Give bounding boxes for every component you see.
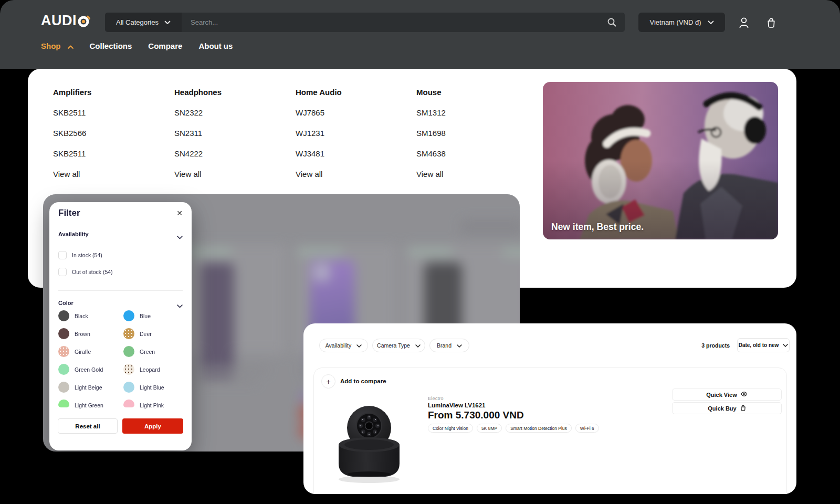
- swatch-circle: [58, 382, 69, 393]
- menu-item[interactable]: SKB2566: [53, 129, 158, 137]
- menu-item[interactable]: SN2322: [174, 109, 279, 117]
- product-name[interactable]: LuminaView LV1621: [428, 402, 486, 408]
- color-swatch-leopard[interactable]: Leopard: [123, 364, 183, 375]
- chevron-down-icon: [457, 342, 462, 349]
- filter-pill-camera-type[interactable]: Camera Type: [372, 339, 425, 352]
- menu-item[interactable]: SN4222: [174, 150, 279, 158]
- chevron-down-icon: [415, 342, 421, 349]
- locale-currency-selector[interactable]: Vietnam (VND đ): [638, 13, 725, 32]
- swatch-label: Leopard: [140, 366, 160, 373]
- checkbox[interactable]: [58, 268, 67, 276]
- color-swatch-deer[interactable]: Deer: [123, 328, 183, 339]
- swatch-circle: [123, 346, 134, 357]
- checkbox[interactable]: [58, 251, 67, 259]
- filter-option-in-stock[interactable]: In stock (54): [58, 251, 102, 259]
- chevron-down-icon[interactable]: [177, 232, 183, 242]
- product-vendor: Electro: [428, 395, 444, 401]
- apply-button[interactable]: Apply: [122, 418, 183, 434]
- menu-item[interactable]: SM1698: [416, 129, 521, 137]
- color-swatch-green[interactable]: Green: [123, 346, 183, 357]
- menu-item[interactable]: SM1312: [416, 109, 521, 117]
- color-swatch-blue[interactable]: Blue: [123, 310, 183, 321]
- swatch-circle: [58, 310, 69, 321]
- view-all-link[interactable]: View all: [416, 170, 521, 178]
- tag-smart-motion-detection: Smart Motion Detection Plus: [506, 424, 572, 433]
- checkbox-label: In stock (54): [72, 252, 102, 258]
- view-all-link[interactable]: View all: [296, 170, 401, 178]
- filter-title: Filter: [58, 208, 80, 218]
- swatch-label: Light Blue: [140, 384, 164, 391]
- quick-view-button[interactable]: Quick View: [672, 388, 782, 401]
- view-all-link[interactable]: View all: [53, 170, 158, 178]
- nav-item-about[interactable]: About us: [198, 41, 233, 50]
- menu-item[interactable]: WJ1231: [296, 129, 401, 137]
- add-to-compare-button[interactable]: +: [321, 374, 335, 388]
- promo-banner[interactable]: New item, Best price.: [543, 82, 778, 239]
- color-swatch-light-beige[interactable]: Light Beige: [58, 382, 123, 393]
- promo-image: [543, 82, 778, 239]
- search-bar: All Categories: [105, 13, 625, 32]
- brand-logo[interactable]: AUDI: [41, 13, 91, 28]
- filter-pill-label: Brand: [437, 342, 452, 349]
- account-icon[interactable]: [737, 15, 751, 30]
- divider: [58, 290, 183, 291]
- menu-item[interactable]: SKB2511: [53, 150, 158, 158]
- color-swatch-light-pink[interactable]: Light Pink: [123, 400, 183, 411]
- checkbox-label: Out of stock (54): [72, 269, 113, 275]
- quick-buy-button[interactable]: Quick Buy: [672, 402, 782, 414]
- menu-item[interactable]: SKB2511: [53, 109, 158, 117]
- search-icon[interactable]: [607, 17, 617, 27]
- filter-pill-availability[interactable]: Availability: [319, 339, 368, 352]
- filter-pill-brand[interactable]: Brand: [429, 339, 469, 352]
- locale-currency-label: Vietnam (VND đ): [649, 18, 701, 26]
- chevron-down-icon: [356, 342, 362, 349]
- close-icon[interactable]: ✕: [175, 208, 184, 218]
- cart-bag-icon[interactable]: [764, 15, 779, 30]
- nav-item-collections[interactable]: Collections: [90, 41, 132, 50]
- eye-icon: [741, 391, 748, 398]
- swatch-label: Light Green: [75, 402, 103, 408]
- promo-caption: New item, Best price.: [551, 222, 644, 233]
- color-section-header[interactable]: Color: [58, 300, 74, 306]
- chevron-down-icon[interactable]: [177, 301, 183, 310]
- tag-color-night-vision: Color Night Vision: [428, 424, 473, 433]
- swatch-label: Brown: [75, 331, 90, 337]
- swatch-circle: [123, 310, 134, 321]
- chevron-down-icon: [783, 342, 788, 348]
- main-nav: Shop Collections Compare About us: [41, 41, 233, 50]
- color-swatch-black[interactable]: Black: [58, 310, 123, 321]
- products-panel: Availability Camera Type Brand 3 product…: [303, 323, 796, 494]
- search-field: [182, 13, 625, 32]
- bag-icon: [740, 405, 746, 412]
- color-swatch-light-blue[interactable]: Light Blue: [123, 382, 183, 393]
- brand-logo-text: AUDI: [41, 14, 77, 28]
- swatch-label: Light Beige: [75, 384, 102, 391]
- header: AUDI All Categories: [0, 0, 840, 69]
- sort-dropdown-label: Date, old to new: [739, 342, 779, 348]
- availability-section-header[interactable]: Availability: [58, 231, 89, 237]
- swatch-circle: [58, 364, 69, 375]
- menu-column-headphones: Headphones SN2322 SN2311 SN4222 View all: [174, 88, 279, 191]
- product-image-camera[interactable]: [324, 395, 414, 489]
- nav-item-compare[interactable]: Compare: [148, 41, 182, 50]
- menu-item[interactable]: SM4638: [416, 150, 521, 158]
- categories-dropdown[interactable]: All Categories: [105, 13, 182, 32]
- swatch-label: Green Gold: [75, 366, 103, 373]
- nav-item-shop[interactable]: Shop: [41, 41, 74, 50]
- menu-item[interactable]: WJ3481: [296, 150, 401, 158]
- tag-wifi-6: Wi-Fi 6: [575, 424, 599, 433]
- menu-item[interactable]: WJ7865: [296, 109, 401, 117]
- search-input[interactable]: [190, 18, 607, 27]
- menu-item[interactable]: SN2311: [174, 129, 279, 137]
- color-swatch-light-green[interactable]: Light Green: [58, 400, 123, 411]
- swatch-label: Black: [75, 313, 88, 319]
- view-all-link[interactable]: View all: [174, 170, 279, 178]
- sort-dropdown[interactable]: Date, old to new: [737, 338, 790, 352]
- add-to-compare-label[interactable]: Add to compare: [340, 378, 386, 384]
- color-swatch-green-gold[interactable]: Green Gold: [58, 364, 123, 375]
- screen: AUDI All Categories: [0, 0, 840, 504]
- filter-option-out-of-stock[interactable]: Out of stock (54): [58, 268, 113, 276]
- reset-all-button[interactable]: Reset all: [58, 418, 118, 434]
- color-swatch-brown[interactable]: Brown: [58, 328, 123, 339]
- color-swatch-giraffe[interactable]: Giraffe: [58, 346, 123, 357]
